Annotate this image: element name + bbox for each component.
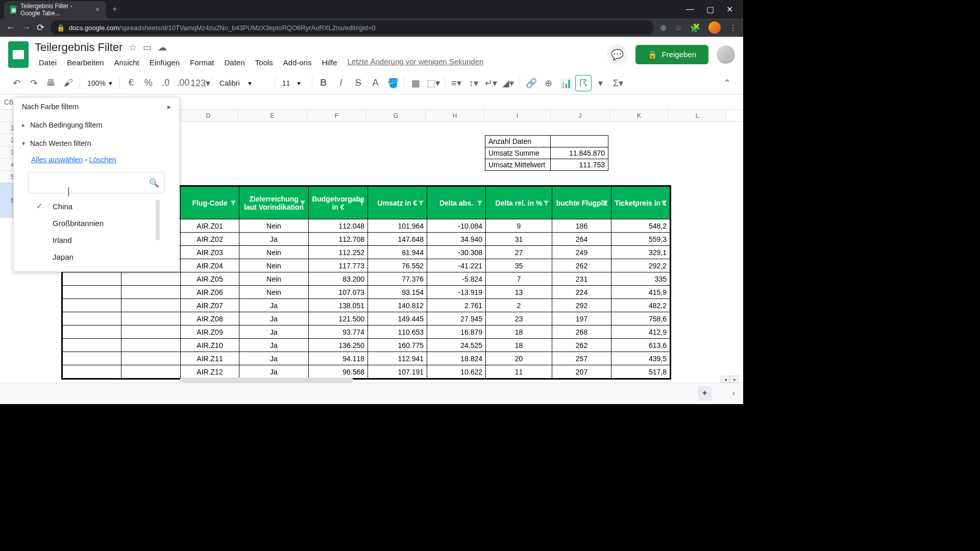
- filter-by-color[interactable]: Nach Farbe filtern ▸: [14, 97, 179, 116]
- menu-einfuegen[interactable]: Einfügen: [145, 57, 184, 68]
- explore-button[interactable]: ✦: [698, 386, 712, 400]
- redo-icon[interactable]: ↷: [26, 75, 42, 91]
- decrease-decimal-icon[interactable]: .0: [158, 75, 174, 91]
- back-icon[interactable]: ←: [6, 22, 15, 33]
- browser-tab[interactable]: ▦ Teilergebnis Filter - Google Tabe... ✕: [4, 1, 106, 18]
- h-align-icon[interactable]: ≡▾: [448, 75, 464, 91]
- more-formats-icon[interactable]: 123▾: [192, 75, 209, 91]
- menu-ansicht[interactable]: Ansicht: [110, 57, 143, 68]
- text-wrap-icon[interactable]: ↵▾: [483, 75, 499, 91]
- filter-value-item[interactable]: ✓China: [28, 197, 165, 215]
- minimize-icon[interactable]: —: [686, 5, 694, 14]
- menu-daten[interactable]: Daten: [220, 57, 249, 68]
- menu-bearbeiten[interactable]: Bearbeiten: [63, 57, 108, 68]
- sheets-logo-icon[interactable]: [8, 41, 29, 68]
- col-header[interactable]: L: [669, 110, 726, 121]
- search-icon[interactable]: 🔍: [149, 178, 159, 188]
- last-edit-link[interactable]: Letzte Änderung vor wenigen Sekunden: [347, 57, 483, 68]
- filter-by-values[interactable]: ▾ Nach Werten filtern: [14, 134, 179, 153]
- expand-toolbar-icon[interactable]: ⌃: [719, 75, 735, 91]
- col-header[interactable]: K: [610, 110, 669, 121]
- bold-icon[interactable]: B: [315, 75, 332, 91]
- filter-value-item[interactable]: Großbritannien: [28, 215, 165, 232]
- menu-hilfe[interactable]: Hilfe: [317, 57, 341, 68]
- column-filter-icon[interactable]: [543, 199, 550, 207]
- increase-decimal-icon[interactable]: .00: [175, 75, 191, 91]
- sheets-header: Teilergebnis Filter ☆ ▭ ☁ Datei Bearbeit…: [0, 37, 743, 72]
- filter-popup: Nach Farbe filtern ▸ ▸ Nach Bedingung fi…: [13, 97, 180, 272]
- filter-search-input[interactable]: [34, 179, 149, 187]
- font-size-select[interactable]: 11▾: [278, 79, 309, 87]
- column-filter-icon[interactable]: [660, 199, 668, 207]
- strikethrough-icon[interactable]: S: [350, 75, 366, 91]
- filter-value-item[interactable]: Irland: [28, 232, 165, 248]
- column-filter-icon[interactable]: [230, 199, 237, 207]
- currency-icon[interactable]: €: [123, 75, 139, 91]
- menu-format[interactable]: Format: [186, 57, 218, 68]
- user-avatar[interactable]: [717, 45, 735, 64]
- link-icon[interactable]: 🔗: [523, 75, 540, 91]
- cloud-status-icon[interactable]: ☁: [158, 42, 167, 53]
- v-align-icon[interactable]: ↕▾: [465, 75, 482, 91]
- text-color-icon[interactable]: A: [368, 75, 384, 91]
- extensions-icon[interactable]: 🧩: [690, 23, 700, 33]
- borders-icon[interactable]: ▦: [408, 75, 424, 91]
- column-filter-icon[interactable]: [358, 199, 365, 207]
- horizontal-scrollbar[interactable]: [180, 378, 353, 383]
- col-header[interactable]: I: [484, 110, 551, 121]
- scroll-left-icon[interactable]: ◂: [721, 375, 730, 383]
- col-header[interactable]: E: [238, 110, 307, 121]
- filter-by-condition[interactable]: ▸ Nach Bedingung filtern: [14, 116, 179, 134]
- forward-icon[interactable]: →: [21, 22, 31, 33]
- zoom-select[interactable]: 100%▾: [83, 79, 116, 87]
- col-header[interactable]: G: [366, 110, 426, 121]
- filter-icon[interactable]: ☈: [575, 75, 592, 91]
- document-title[interactable]: Teilergebnis Filter: [35, 41, 122, 54]
- percent-icon[interactable]: %: [140, 75, 157, 91]
- scrollbar[interactable]: [156, 199, 160, 240]
- merge-cells-icon[interactable]: ⬚▾: [425, 75, 442, 91]
- column-filter-icon[interactable]: [602, 199, 609, 207]
- col-header[interactable]: J: [551, 110, 610, 121]
- paint-format-icon[interactable]: 🖌: [60, 75, 77, 91]
- close-window-icon[interactable]: ✕: [726, 5, 733, 14]
- clear-link[interactable]: Löschen: [89, 156, 116, 164]
- new-tab-button[interactable]: +: [112, 5, 117, 14]
- column-filter-icon[interactable]: [476, 199, 483, 207]
- menu-datei[interactable]: Datei: [35, 57, 61, 68]
- close-tab-icon[interactable]: ✕: [95, 6, 100, 13]
- star-icon[interactable]: ☆: [675, 23, 682, 33]
- column-filter-icon[interactable]: [299, 199, 306, 207]
- col-header[interactable]: H: [426, 110, 484, 121]
- fill-color-icon[interactable]: 🪣: [385, 75, 401, 91]
- filter-views-icon[interactable]: ▾: [593, 75, 609, 91]
- col-header[interactable]: D: [179, 110, 238, 121]
- filter-search[interactable]: 🔍: [28, 172, 165, 193]
- menu-addons[interactable]: Add-ons: [279, 57, 316, 68]
- maximize-icon[interactable]: ▢: [706, 5, 714, 14]
- filter-value-item[interactable]: Japan: [28, 248, 165, 265]
- profile-avatar-icon[interactable]: [708, 21, 721, 34]
- select-all-link[interactable]: Alles auswählen: [31, 156, 83, 164]
- comment-icon[interactable]: ⊕: [541, 75, 557, 91]
- chart-icon[interactable]: 📊: [558, 75, 574, 91]
- menu-tools[interactable]: Tools: [251, 57, 277, 68]
- reload-icon[interactable]: ⟳: [37, 22, 44, 33]
- url-bar[interactable]: 🔒 docs.google.com/spreadsheets/d/10TVamq…: [51, 20, 654, 35]
- font-select[interactable]: Calibri▾: [215, 79, 272, 87]
- scroll-right-icon[interactable]: ▸: [730, 375, 739, 383]
- menu-icon[interactable]: ⋮: [729, 23, 737, 33]
- comments-button[interactable]: 💬: [607, 44, 627, 65]
- col-header[interactable]: F: [307, 110, 366, 121]
- share-button[interactable]: 🔒 Freigeben: [635, 45, 708, 64]
- column-filter-icon[interactable]: [418, 199, 425, 207]
- star-outline-icon[interactable]: ☆: [129, 42, 137, 53]
- undo-icon[interactable]: ↶: [8, 75, 24, 91]
- text-rotate-icon[interactable]: ◢▾: [500, 75, 517, 91]
- zoom-icon[interactable]: ⊕: [660, 23, 667, 33]
- side-panel-toggle[interactable]: ‹: [732, 389, 735, 398]
- italic-icon[interactable]: I: [333, 75, 349, 91]
- functions-icon[interactable]: Σ▾: [610, 75, 626, 91]
- print-icon[interactable]: 🖶: [43, 75, 59, 91]
- move-icon[interactable]: ▭: [143, 42, 152, 53]
